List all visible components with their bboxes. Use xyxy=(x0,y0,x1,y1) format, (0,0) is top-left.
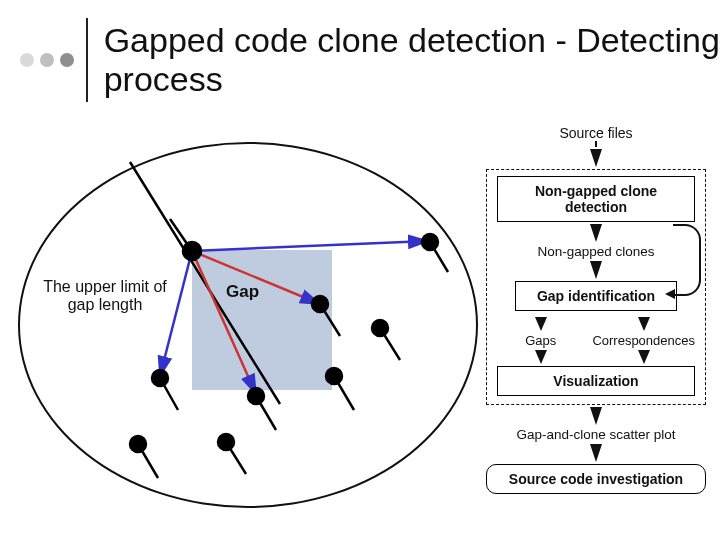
decoration-dots xyxy=(20,53,74,67)
outputs-row: Gaps Correspondences xyxy=(497,315,695,366)
correspondences-label: Correspondences xyxy=(592,333,695,348)
arrow-down-icon xyxy=(638,350,650,364)
process-flow: Source files Non-gapped clone detection … xyxy=(486,125,706,494)
arrow-down-icon xyxy=(590,407,602,425)
svg-line-2 xyxy=(192,241,428,251)
arrow-down-icon xyxy=(535,317,547,331)
gaps-label: Gaps xyxy=(497,333,584,348)
non-gapped-detection-box: Non-gapped clone detection xyxy=(497,176,695,222)
arrow-down-icon xyxy=(590,444,602,462)
svg-line-13 xyxy=(160,378,178,410)
correspondences-col: Correspondences xyxy=(592,315,695,366)
svg-line-23 xyxy=(430,242,448,272)
gap-label: Gap xyxy=(226,282,259,302)
slide-header: Gapped code clone detection - Detecting … xyxy=(0,0,720,124)
dot-icon xyxy=(20,53,34,67)
gaps-col: Gaps xyxy=(497,315,584,366)
arrow-stub xyxy=(595,141,597,147)
scatter-plot-label: Gap-and-clone scatter plot xyxy=(486,427,706,442)
svg-line-15 xyxy=(138,444,158,478)
loop-arrow-icon xyxy=(673,224,701,296)
arrow-down-icon xyxy=(590,149,602,167)
arrow-down-icon xyxy=(638,317,650,331)
non-gapped-clones-label: Non-gapped clones xyxy=(497,244,695,259)
detection-group: Non-gapped clone detection Non-gapped cl… xyxy=(486,169,706,405)
dot-icon xyxy=(40,53,54,67)
scatter-oval xyxy=(18,142,478,508)
vertical-divider xyxy=(86,18,88,102)
slide-title: Gapped code clone detection - Detecting … xyxy=(104,21,720,99)
arrow-down-icon xyxy=(590,224,602,242)
visualization-box: Visualization xyxy=(497,366,695,396)
investigation-box: Source code investigation xyxy=(486,464,706,494)
dot-icon xyxy=(60,53,74,67)
svg-line-19 xyxy=(334,376,354,410)
svg-line-17 xyxy=(226,442,246,474)
upper-limit-label: The upper limit of gap length xyxy=(30,278,180,314)
arrow-down-icon xyxy=(590,261,602,279)
scatter-svg xyxy=(20,144,480,510)
svg-line-11 xyxy=(256,396,276,430)
svg-rect-0 xyxy=(192,250,332,390)
source-files-label: Source files xyxy=(486,125,706,141)
gap-identification-box: Gap identification xyxy=(515,281,677,311)
arrow-down-icon xyxy=(535,350,547,364)
svg-line-21 xyxy=(380,328,400,360)
